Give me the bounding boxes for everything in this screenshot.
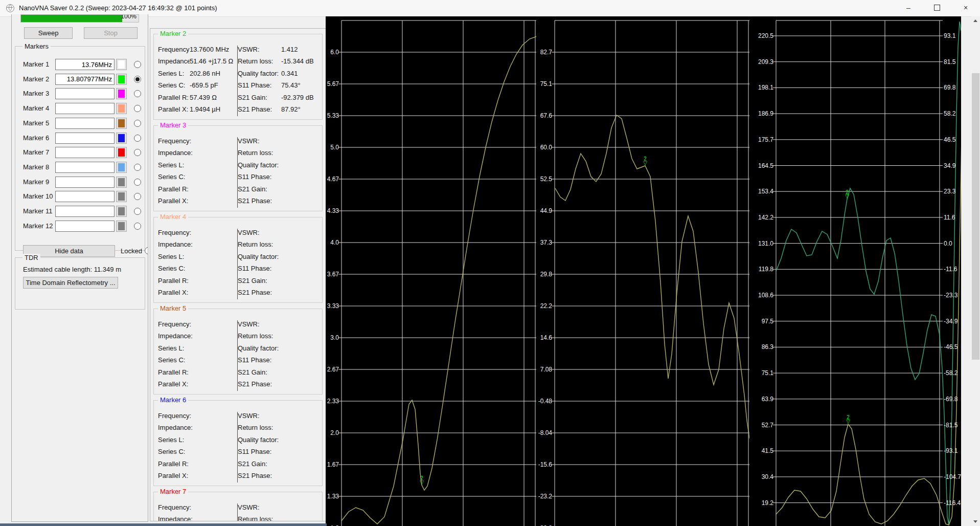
y-axis-tick-label: -15.6	[538, 462, 552, 468]
marker-select-radio[interactable]	[134, 193, 141, 200]
left-data-row: Series L:	[158, 253, 237, 265]
marker-select-radio[interactable]	[134, 61, 141, 68]
minimize-button[interactable]: –	[894, 0, 923, 16]
marker-select-radio[interactable]	[134, 135, 141, 142]
marker-select-radio[interactable]	[134, 223, 141, 230]
marker-frequency-input[interactable]	[55, 59, 115, 70]
field-label: S21 Gain:	[238, 460, 281, 468]
left-data-row: Parallel R:	[158, 277, 237, 289]
marker-frequency-input[interactable]	[55, 118, 115, 129]
marker-color-swatch[interactable]	[116, 133, 127, 144]
progress-fill	[21, 15, 122, 22]
marker-label: Marker 8	[23, 163, 49, 171]
marker-frequency-input[interactable]	[55, 74, 115, 85]
marker-frequency-input[interactable]	[55, 177, 115, 188]
vertical-scrollbar[interactable]	[971, 16, 980, 526]
y-axis-tick-label: 142.2	[758, 214, 773, 221]
locked-radio[interactable]	[145, 247, 148, 254]
y-axis-tick-label: 153.4	[758, 188, 773, 194]
marker-select-radio[interactable]	[134, 76, 141, 83]
trace-marker-2[interactable]: 2▽	[844, 190, 850, 199]
scrollbar-thumb[interactable]	[972, 73, 979, 360]
r-plus-jx-chart[interactable]: 220.5209.3198.1186.9175.7164.5153.4142.2…	[749, 16, 961, 526]
right-y-axis-tick-label: 23.3	[944, 188, 955, 194]
marker-select-radio[interactable]	[134, 120, 141, 127]
y-axis-tick-label: 131.0	[758, 240, 773, 247]
right-data-row: S21 Phase:	[238, 472, 320, 484]
y-axis-tick-label: 4.67	[327, 176, 339, 182]
marker-frequency-input[interactable]	[55, 162, 115, 173]
maximize-button[interactable]	[923, 0, 951, 16]
field-label: Frequency:	[158, 137, 214, 145]
field-label: Parallel R:	[158, 368, 214, 376]
marker-color-swatch[interactable]	[116, 59, 127, 70]
marker-color	[118, 148, 125, 157]
marker-color-swatch[interactable]	[116, 206, 127, 217]
y-axis-tick-label: 52.5	[540, 176, 552, 182]
trace-marker-2[interactable]: 2▽	[845, 415, 851, 424]
field-value: 57.439 Ω	[190, 94, 217, 101]
marker-frequency-input[interactable]	[55, 133, 115, 144]
y-axis-tick-label: 3.67	[327, 271, 339, 277]
phase-chart[interactable]: 82.775.167.660.052.544.937.329.822.214.6…	[536, 16, 749, 526]
y-axis-tick-label: 67.6	[540, 113, 552, 119]
tdr-button[interactable]: Time Domain Reflectometry ...	[23, 277, 118, 289]
marker-color-swatch[interactable]	[116, 118, 127, 129]
scrollbar-up-button[interactable]	[971, 16, 980, 25]
left-data-row: Frequency:	[158, 137, 237, 149]
field-label: S21 Gain:	[238, 368, 281, 376]
marker-frequency-input[interactable]	[55, 191, 115, 202]
marker-color-swatch[interactable]	[116, 221, 127, 232]
marker-triangle-icon: ▽	[420, 479, 424, 485]
y-axis-tick-label: 75.1	[762, 370, 773, 376]
left-data-row: Series C:	[158, 173, 237, 185]
right-data-row: Quality factor:	[238, 253, 320, 265]
marker-select-radio[interactable]	[134, 90, 141, 97]
trace-marker-2[interactable]: 2▽	[642, 157, 648, 165]
left-data-row: Series L:	[158, 436, 237, 448]
close-button[interactable]: ×	[951, 0, 980, 16]
right-y-axis-tick-label: 46.5	[944, 137, 955, 143]
field-label: Series L:	[158, 70, 190, 77]
right-y-axis-tick-label: 58.2	[944, 111, 955, 117]
field-label: VSWR:	[238, 503, 281, 511]
marker-frequency-input[interactable]	[55, 221, 115, 232]
y-axis-tick-label: 7.08	[540, 366, 552, 372]
trace-marker-2[interactable]: 2▽	[419, 476, 425, 485]
y-axis-tick-label: 22.2	[540, 303, 552, 309]
marker-row-7: Marker 7	[15, 147, 145, 159]
marker-frequency-input[interactable]	[55, 206, 115, 217]
marker-select-radio[interactable]	[134, 208, 141, 215]
field-label: Parallel X:	[158, 105, 190, 113]
marker-frequency-input[interactable]	[55, 147, 115, 158]
marker-row-6: Marker 6	[15, 133, 145, 145]
marker-select-radio[interactable]	[134, 164, 141, 171]
marker-color	[118, 75, 125, 83]
marker-color-swatch[interactable]	[116, 191, 127, 202]
sweep-button[interactable]: Sweep	[24, 27, 73, 39]
marker-color	[118, 163, 125, 171]
field-label: S11 Phase:	[238, 81, 281, 89]
right-y-axis-tick-label: -11.6	[944, 266, 957, 272]
field-value: 0.341	[281, 70, 298, 77]
marker-color-swatch[interactable]	[116, 177, 127, 188]
marker-color-swatch[interactable]	[116, 88, 127, 99]
marker-color-swatch[interactable]	[116, 74, 127, 85]
marker-select-radio[interactable]	[134, 179, 141, 186]
y-axis-tick-label: 30.4	[762, 474, 773, 480]
field-value: 1.9494 µH	[190, 105, 220, 113]
scrollbar-down-button[interactable]	[971, 517, 980, 526]
left-data-row: Series L:	[158, 161, 237, 173]
marker-select-radio[interactable]	[134, 105, 141, 112]
marker-color-swatch[interactable]	[116, 162, 127, 173]
left-data-row: Impedance:	[158, 332, 237, 344]
marker-color-swatch[interactable]	[116, 147, 127, 158]
stop-button[interactable]: Stop	[84, 27, 138, 39]
marker-color-swatch[interactable]	[116, 103, 127, 114]
marker-frequency-input[interactable]	[55, 88, 115, 99]
cable-length-text: Estimated cable length: 11.349 m	[23, 266, 121, 273]
marker-frequency-input[interactable]	[55, 103, 115, 114]
marker-select-radio[interactable]	[134, 149, 141, 156]
vswr-chart[interactable]: 6.05.675.335.04.674.334.03.673.333.02.67…	[326, 16, 536, 526]
marker-info-box-marker-4: Marker 4Frequency:Impedance:Series L:Ser…	[153, 217, 323, 303]
